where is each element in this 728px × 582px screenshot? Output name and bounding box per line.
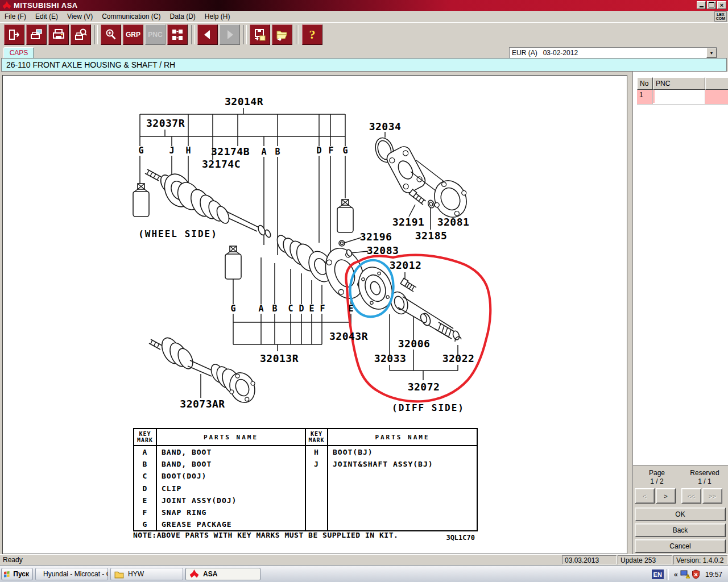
print-button[interactable] [48,24,69,45]
app-window: MITSUBISHI ASA × File (F) Edit (E) View … [0,0,728,582]
page-next-button[interactable]: > [656,488,676,504]
taskbar: Пуск M Hyundai - Microcat - Cat... HYW A… [0,566,728,582]
menu-help[interactable]: Help (H) [200,11,235,22]
open-note-icon [275,28,289,41]
diagram-label: 32014R [225,95,263,107]
diagram-label: (DIFF SIDE) [392,402,465,413]
lexcom-icon: LEXCOM [714,11,727,22]
parts-table-cell [328,494,477,506]
diagram-label: J [169,146,174,156]
ok-button[interactable]: OK [635,508,726,521]
parts-table-cell: PARTS NAME [157,429,306,446]
minimize-button[interactable] [697,1,706,9]
diagram-canvas: 32014R32037R32174B32174C3203432191320813… [2,75,627,554]
row-no-cell[interactable]: 1 [637,90,653,105]
mitsubishi-logo-icon [189,569,199,579]
grp-button[interactable]: GRP [123,24,143,45]
parts-table-cell: KEY MARK [306,429,328,446]
diagram-label: 32022 [442,352,475,364]
row-pnc-cell[interactable] [653,90,705,105]
taskbar-item-hyw[interactable]: HYW [110,568,183,580]
print-setup-button[interactable] [26,24,47,45]
menu-data[interactable]: Data (D) [166,11,200,22]
row-extra-cell[interactable] [705,90,728,105]
parts-table-cell: F [134,506,157,518]
menu-view[interactable]: View (V) [63,11,97,22]
leader-lines-row1 [140,156,345,255]
diagram-label: 32006 [398,338,431,350]
diagram-label: E [309,304,314,314]
parts-table-cell: BOOT(DOJ) [157,470,306,482]
parts-table-cell: KEY MARK [134,429,157,446]
zoom-button[interactable] [101,24,121,45]
region-date-select[interactable]: EUR (A) 03-02-2012 ▼ [509,47,717,59]
diagram-label: G [342,146,348,156]
exit-button[interactable] [4,24,24,45]
parts-table-cell [328,518,477,530]
save-data-button[interactable] [250,24,270,45]
help-button[interactable]: ? [302,24,322,45]
tab-caps[interactable]: CAPS [3,47,34,59]
diagram-label: 32081 [437,216,470,228]
status-date: 03.03.2013 [562,555,617,564]
close-button[interactable]: × [717,1,726,9]
parts-table-cell [306,483,328,494]
toolbar-separator [296,25,299,44]
save-note-icon [253,28,267,41]
taskbar-item-asa[interactable]: ASA [185,568,260,580]
parts-table-cell: E [134,494,157,506]
column-pnc[interactable]: PNC [653,77,705,90]
display-warning-icon[interactable] [680,569,690,579]
magnifier-plus-icon [104,28,118,41]
load-data-button[interactable] [272,24,292,45]
panel-controls: Page Reserved 1 / 2 1 / 1 < > << >> OK B… [633,465,728,555]
column-no[interactable]: No [637,77,653,90]
diagram-label: F [328,146,333,156]
diagram-label: E [348,304,353,314]
print-preview-button[interactable] [71,24,91,45]
parts-table-cell: G [134,518,157,530]
diagram-label: D [316,146,321,156]
language-indicator[interactable]: EN [652,569,664,579]
parts-table-cell: B [134,458,157,470]
menu-communication[interactable]: Communication (C) [97,11,165,22]
parts-table-cell [306,518,328,530]
figure-code: 3QL1C70 [418,534,475,542]
restore-icon [709,2,714,7]
taskbar-item-microcat[interactable]: M Hyundai - Microcat - Cat... [35,568,108,580]
back-button-panel[interactable]: Back [635,523,726,537]
exit-door-icon [7,28,21,41]
back-button[interactable] [197,24,218,45]
diagram-label: 32012 [390,259,422,271]
diagram-label: 32185 [415,230,448,242]
security-shield-icon[interactable] [691,569,701,579]
restore-button[interactable] [707,1,716,9]
parts-table-cell: C [134,470,157,482]
chevron-down-icon[interactable]: ▼ [706,48,717,58]
parts-table-cell [306,494,328,506]
start-button[interactable]: Пуск [1,568,33,580]
parts-table-cell [306,470,328,482]
pnc-grid-header: No PNC [637,77,728,90]
diagram-label: 32174B [211,146,250,157]
parts-note: NOTE:ABOVE PARTS WITH KEY MARKS MUST BE … [133,531,398,539]
diagram-label: 32083 [367,244,399,256]
windows-logo-icon [4,569,10,579]
tile-windows-button[interactable] [167,24,188,45]
toolbar: GRP PNC ? [0,23,728,46]
taskbar-item-label: Hyundai - Microcat - Cat... [43,570,108,578]
axle-housing-drawing [373,135,474,223]
cancel-button[interactable]: Cancel [635,539,726,553]
tray-chevron[interactable]: « [674,570,678,579]
menu-file[interactable]: File (F) [0,11,31,22]
reserved-value: 1 / 1 [681,477,728,485]
diagram-label: B [272,304,277,314]
parts-table-cell: D [134,483,157,494]
pnc-row[interactable]: 1 [637,90,728,105]
clock[interactable]: 19:57 [705,571,722,579]
diagram-label: D [299,304,304,314]
system-tray: EN « 19:57 [652,566,728,582]
menu-edit[interactable]: Edit (E) [31,11,63,22]
reserved-first-button: << [681,488,701,504]
parts-table-cell: JOINT ASSY(DOJ) [157,494,306,506]
